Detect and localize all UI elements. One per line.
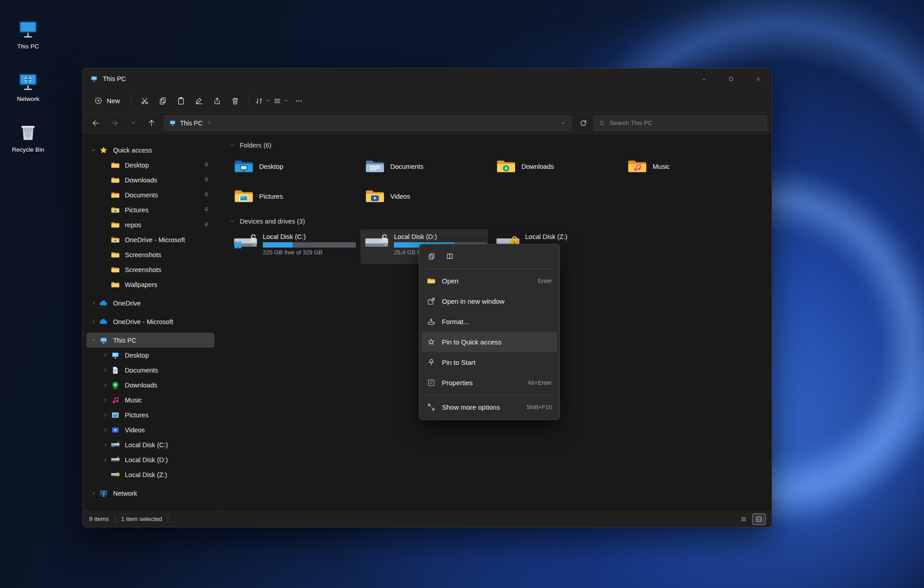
large-icons-view-button[interactable] [753,514,765,525]
sidebar-item-music[interactable]: Music [86,392,214,407]
sidebar-item-desktop[interactable]: Desktop [86,158,214,172]
search-box[interactable] [593,115,767,131]
rename-button[interactable] [441,249,458,264]
chevron-right-icon[interactable] [100,352,111,359]
view-button[interactable] [272,93,289,109]
recent-locations-button[interactable] [124,115,142,131]
command-bar: New [83,89,772,113]
sidebar-item-wallpapers[interactable]: Wallpapers [86,277,214,292]
sidebar-item-onedrive-microsoft[interactable]: OneDrive - Microsoft [86,232,214,247]
chevron-down-icon[interactable] [88,147,99,154]
sidebar-item-screenshots[interactable]: Screenshots [86,247,214,262]
desktop-icon-network[interactable]: Network [5,68,52,104]
sidebar-item-downloads[interactable]: Downloads [86,378,214,392]
pin-icon [203,177,210,183]
new-button[interactable]: New [88,93,126,108]
sidebar-item-downloads[interactable]: Downloads [86,172,214,187]
view-toggles [737,514,765,525]
folder-tile-documents[interactable]: Documents [360,153,488,180]
folder-tile-pictures[interactable]: Pictures [229,183,357,210]
sidebar-item-label: Pictures [125,206,148,214]
sidebar-item-onedrive-microsoft[interactable]: OneDrive - Microsoft [86,314,214,329]
sidebar-item-local-disk-z[interactable]: Local Disk (Z:) [86,467,214,482]
chevron-spacer [100,206,111,214]
chevron-right-icon[interactable] [88,318,99,325]
search-input[interactable] [610,120,762,126]
chevron-right-icon[interactable] [100,367,111,374]
sidebar-item-documents[interactable]: Documents [86,363,214,378]
chevron-right-icon[interactable] [100,382,111,389]
desktop-icon-this-pc[interactable]: This PC [5,15,52,52]
copy-button[interactable] [423,249,440,264]
menu-item-pin-to-quick-access[interactable]: Pin to Quick access [422,332,557,352]
sidebar-item-pictures[interactable]: Pictures [86,202,214,217]
more-options-button[interactable] [290,93,308,109]
toolbar-divider [131,96,131,106]
sidebar-item-desktop[interactable]: Desktop [86,348,214,363]
pin-icon [203,191,210,198]
up-button[interactable] [143,115,160,131]
titlebar[interactable]: This PC [83,68,772,89]
selection-count: 1 item selected [121,516,162,522]
chevron-down-icon [283,98,289,104]
sidebar-item-local-disk-c[interactable]: Local Disk (C:) [86,437,214,452]
menu-item-open-in-new-window[interactable]: Open in new window [422,291,557,311]
address-bar[interactable]: This PC [164,115,571,131]
drive-tile-local-disk-c[interactable]: Local Disk (C:)225 GB free of 329 GB [229,229,357,264]
chevron-spacer [100,236,111,244]
sort-button[interactable] [254,93,271,109]
cut-button[interactable] [136,93,153,109]
details-view-button[interactable] [737,514,750,525]
section-header-devices-and-drives-3[interactable]: Devices and drives (3) [229,218,772,225]
minimize-button[interactable] [690,68,717,89]
folder-tile-videos[interactable]: Videos [360,183,488,210]
sidebar-item-this-pc[interactable]: This PC [86,333,214,348]
rename-button[interactable] [190,93,208,109]
chevron-right-icon[interactable] [100,426,111,434]
music-note-icon [111,396,120,405]
chevron-right-icon[interactable] [100,456,111,464]
folder-tile-downloads[interactable]: Downloads [492,153,619,180]
drive-windows-icon [111,440,120,449]
sidebar-item-videos[interactable]: Videos [86,422,214,437]
section-header-folders-6[interactable]: Folders (6) [229,142,772,149]
chevron-right-icon[interactable] [100,411,111,419]
sidebar-item-repos[interactable]: repos [86,217,214,232]
delete-button[interactable] [227,93,244,109]
sidebar-item-quick-access[interactable]: Quick access [86,143,214,158]
close-button[interactable] [744,68,772,89]
chevron-right-icon[interactable] [88,490,99,497]
folder-documents-icon [365,158,385,175]
share-button[interactable] [208,93,226,109]
sidebar-item-network[interactable]: Network [86,486,214,501]
chevron-right-icon[interactable] [100,441,111,449]
pc-desktop-icon [16,17,40,41]
menu-item-properties[interactable]: PropertiesAlt+Enter [422,373,557,393]
desktop-icon-recycle-bin[interactable]: Recycle Bin [5,119,52,155]
chevron-right-icon[interactable] [100,397,111,404]
sidebar-item-onedrive[interactable]: OneDrive [86,296,214,311]
back-icon [91,119,100,128]
menu-item-format[interactable]: Format... [422,311,557,332]
sidebar-item-pictures[interactable]: Pictures [86,407,214,422]
chevron-down-icon[interactable] [88,337,99,344]
paste-button[interactable] [172,93,190,109]
forward-button[interactable] [106,115,123,131]
refresh-button[interactable] [575,115,592,131]
folder-tile-desktop[interactable]: Desktop [229,153,357,180]
copy-button[interactable] [154,93,171,109]
menu-item-open[interactable]: OpenEnter [422,271,557,291]
status-divider [115,516,115,522]
address-dropdown-icon[interactable] [560,120,566,126]
breadcrumb-chevron-icon[interactable] [206,120,212,126]
sidebar-item-local-disk-d[interactable]: Local Disk (D:) [86,452,214,467]
back-button[interactable] [87,115,104,131]
menu-item-show-more-options[interactable]: Show more optionsShift+F10 [422,397,557,417]
chevron-right-icon[interactable] [88,300,99,307]
folder-tile-music[interactable]: Music [623,153,750,180]
breadcrumb-this-pc[interactable]: This PC [180,120,203,127]
sidebar-item-documents[interactable]: Documents [86,187,214,202]
menu-item-pin-to-start[interactable]: Pin to Start [422,352,557,373]
maximize-button[interactable] [717,68,744,89]
sidebar-item-screenshots[interactable]: Screenshots [86,262,214,277]
